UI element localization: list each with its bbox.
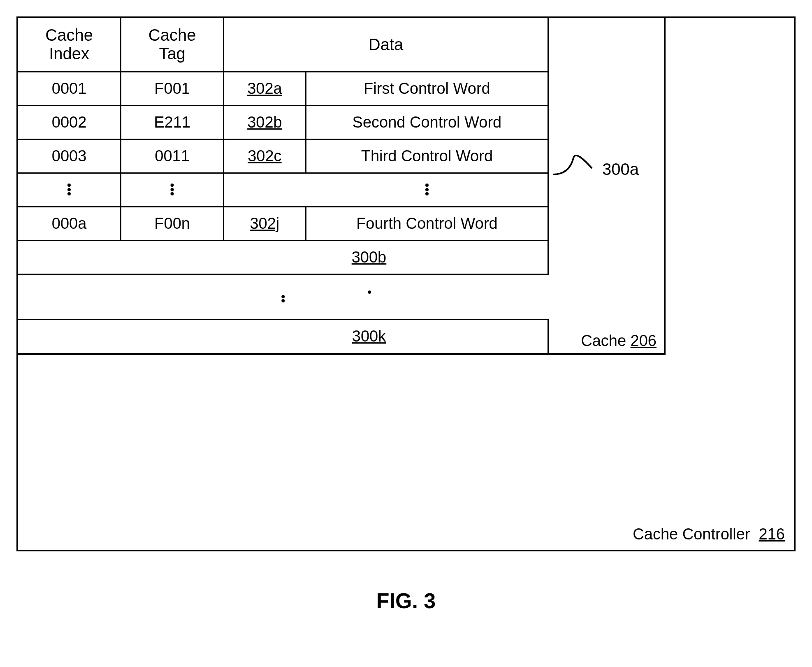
slab-row-b: 300b xyxy=(18,240,548,274)
cell-ref: 302c xyxy=(224,139,306,173)
col-header-data: Data xyxy=(224,18,548,72)
col-header-tag: Cache Tag xyxy=(121,18,224,72)
table-row: 000a F00n 302j Fourth Control Word xyxy=(18,207,548,240)
table-row: 0003 0011 302c Third Control Word xyxy=(18,139,548,173)
cache-controller-box: Cache Index Cache Tag Data 0001 F001 302… xyxy=(16,16,796,551)
table-row-ellipsis: ••• ••• ••• xyxy=(18,173,548,207)
cell-desc: Second Control Word xyxy=(306,105,548,139)
cell-ellipsis: ••• xyxy=(18,173,121,207)
slab-gap-ellipsis: ••• xyxy=(18,274,548,319)
cell-ref: 302b xyxy=(224,105,306,139)
cell-ref: 302a xyxy=(224,72,306,105)
cell-tag: F00n xyxy=(121,207,224,240)
cell-index: 000a xyxy=(18,207,121,240)
col-header-index: Cache Index xyxy=(18,18,121,72)
slab-row-k: 300k xyxy=(18,319,548,353)
cell-ref: 302j xyxy=(224,207,306,240)
table-row: 0002 E211 302b Second Control Word xyxy=(18,105,548,139)
cell-tag: E211 xyxy=(121,105,224,139)
cell-blank xyxy=(224,173,306,207)
cell-tag: F001 xyxy=(121,72,224,105)
cell-desc: First Control Word xyxy=(306,72,548,105)
cache-label: Cache 206 xyxy=(581,332,657,350)
cell-ellipsis: ••• xyxy=(121,173,224,207)
callout-label: 300a xyxy=(602,160,639,179)
cell-index: 0001 xyxy=(18,72,121,105)
table-header-row: Cache Index Cache Tag Data xyxy=(18,18,548,72)
table-row: 0001 F001 302a First Control Word xyxy=(18,72,548,105)
figure-caption: FIG. 3 xyxy=(16,588,796,613)
slab-ref: 300k xyxy=(18,319,548,353)
cache-table: Cache Index Cache Tag Data 0001 F001 302… xyxy=(18,18,549,353)
cache-controller-label: Cache Controller 216 xyxy=(633,525,785,543)
cell-ellipsis: ••• xyxy=(306,173,548,207)
cell-desc: Fourth Control Word xyxy=(306,207,548,240)
cell-ellipsis: ••• xyxy=(18,274,548,319)
cache-box: Cache Index Cache Tag Data 0001 F001 302… xyxy=(18,18,666,355)
cell-tag: 0011 xyxy=(121,139,224,173)
cell-index: 0002 xyxy=(18,105,121,139)
cell-index: 0003 xyxy=(18,139,121,173)
slab-ref: 300b xyxy=(18,240,548,274)
cell-desc: Third Control Word xyxy=(306,139,548,173)
